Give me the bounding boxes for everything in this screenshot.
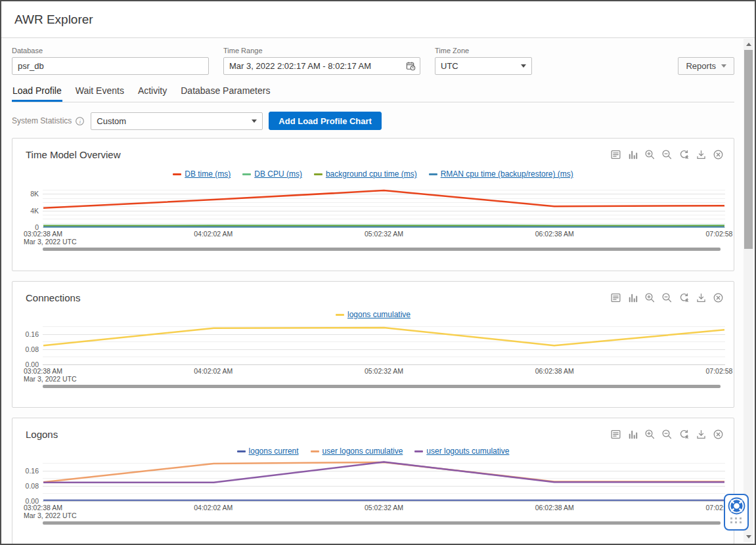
database-field-group: Database <box>12 47 209 75</box>
vertical-scrollbar[interactable] <box>744 39 753 542</box>
database-label: Database <box>12 47 209 54</box>
legend-item[interactable]: background cpu time (ms) <box>314 169 417 179</box>
y-axis-tick-label: 0.08 <box>15 482 39 490</box>
tab-database-parameters[interactable]: Database Parameters <box>180 82 271 102</box>
x-axis-tick-label: 06:02:38 AM <box>535 504 574 512</box>
controls-row: System Statistics i Custom Add Load Prof… <box>12 112 734 130</box>
legend-item[interactable]: user logouts cumulative <box>414 447 509 456</box>
time-range-input[interactable] <box>223 57 420 75</box>
download-icon[interactable] <box>696 292 707 303</box>
legend-item[interactable]: logons cumulative <box>336 310 411 319</box>
tab-load-profile[interactable]: Load Profile <box>12 82 62 102</box>
line-chart-svg <box>43 185 725 228</box>
drag-handle-dots[interactable] <box>730 517 742 523</box>
table-view-icon[interactable] <box>610 149 621 160</box>
close-icon[interactable] <box>713 429 724 440</box>
awr-explorer-window: { "app": { "title": "AWR Explorer" }, "f… <box>0 0 756 545</box>
zoom-in-icon[interactable] <box>644 429 656 440</box>
bar-chart-icon[interactable] <box>627 429 638 440</box>
chevron-down-icon <box>721 64 726 68</box>
bar-chart-icon[interactable] <box>627 292 638 303</box>
close-icon[interactable] <box>713 292 724 303</box>
time-zone-value: UTC <box>441 61 458 71</box>
legend-series-link: user logons cumulative <box>322 447 403 456</box>
legend-series-link: logons current <box>249 447 299 456</box>
tab-bar: Load ProfileWait EventsActivityDatabase … <box>12 82 734 102</box>
y-axis-tick-label: 0.16 <box>15 330 39 338</box>
chart-panels: Time Model OverviewDB time (ms)DB CPU (m… <box>12 138 734 544</box>
reset-zoom-icon[interactable] <box>678 429 690 440</box>
table-view-icon[interactable] <box>610 292 621 303</box>
chart-panel-header: Connections <box>12 282 734 304</box>
legend-series-link: user logouts cumulative <box>426 447 509 456</box>
table-view-icon[interactable] <box>610 429 621 440</box>
bar-chart-icon[interactable] <box>627 149 638 160</box>
legend-series-link: logons cumulative <box>347 310 411 319</box>
info-icon[interactable]: i <box>75 116 85 126</box>
reset-zoom-icon[interactable] <box>678 292 690 303</box>
chart-panel-time-model-overview: Time Model OverviewDB time (ms)DB CPU (m… <box>12 138 734 271</box>
chevron-down-icon <box>521 64 526 68</box>
chart-title: Logons <box>26 429 58 440</box>
zoom-out-icon[interactable] <box>661 429 673 440</box>
close-icon[interactable] <box>713 149 724 160</box>
scroll-down-arrow-icon[interactable] <box>744 532 753 542</box>
legend-item[interactable]: RMAN cpu time (backup/restore) (ms) <box>429 169 573 179</box>
database-input[interactable] <box>12 57 209 75</box>
legend-dash-icon <box>336 314 344 316</box>
filter-row: Database Time Range Time Zone <box>12 47 734 75</box>
chart-plot-area[interactable]: 0.160.080.00 <box>43 460 721 502</box>
chart-horizontal-scrollbar[interactable] <box>43 521 721 525</box>
tab-wait-events[interactable]: Wait Events <box>75 82 125 102</box>
legend-item[interactable]: user logons cumulative <box>311 447 403 456</box>
legend-item[interactable]: logons current <box>237 447 299 456</box>
x-axis-tick-label: 04:02:02 AM <box>194 367 233 375</box>
zoom-in-icon[interactable] <box>644 149 656 160</box>
x-axis-labels: 03:02:38 AMMar 3, 2022 UTC04:02:02 AM05:… <box>12 229 734 246</box>
legend-series-link: DB CPU (ms) <box>254 169 302 179</box>
chart-horizontal-scrollbar[interactable] <box>43 248 721 251</box>
x-axis-tick-label: 05:02:32 AM <box>365 367 403 375</box>
x-axis-time: 03:02:38 AM <box>24 230 62 238</box>
x-axis-date: Mar 3, 2022 UTC <box>24 512 77 519</box>
chart-legend: logons cumulative <box>12 310 734 319</box>
chart-plot-area[interactable]: 0.160.080.00 <box>43 323 721 365</box>
chart-panel-header: Logons <box>12 418 734 441</box>
legend-series-link: RMAN cpu time (backup/restore) (ms) <box>441 169 573 179</box>
zoom-out-icon[interactable] <box>661 292 673 303</box>
y-axis-tick-label: 0.08 <box>15 345 39 353</box>
chart-horizontal-scrollbar[interactable] <box>43 385 721 388</box>
chart-panel-header: Time Model Overview <box>12 139 734 161</box>
scroll-up-arrow-icon[interactable] <box>744 39 753 49</box>
chart-legend: logons currentuser logons cumulativeuser… <box>12 447 734 456</box>
help-launcher[interactable] <box>724 494 749 531</box>
x-axis-tick-label: 06:02:38 AM <box>535 230 574 238</box>
page-title: AWR Explorer <box>14 12 93 27</box>
chart-plot-area[interactable]: 8K4K0 <box>43 185 721 228</box>
legend-item[interactable]: DB CPU (ms) <box>242 169 302 179</box>
x-axis-date: Mar 3, 2022 UTC <box>24 375 77 383</box>
reports-button[interactable]: Reports <box>678 57 734 75</box>
legend-item[interactable]: DB time (ms) <box>173 169 231 179</box>
time-zone-select[interactable]: UTC <box>435 57 532 75</box>
statistics-select[interactable]: Custom <box>91 112 263 130</box>
time-zone-field-group: Time Zone UTC <box>435 47 532 75</box>
zoom-in-icon[interactable] <box>644 292 656 303</box>
chevron-down-icon <box>252 120 257 123</box>
scrollbar-thumb[interactable] <box>744 50 753 249</box>
zoom-out-icon[interactable] <box>661 149 673 160</box>
legend-dash-icon <box>429 173 437 175</box>
calendar-clock-icon[interactable] <box>406 61 416 71</box>
legend-series-link: background cpu time (ms) <box>326 169 417 179</box>
time-range-field-group: Time Range <box>223 47 420 75</box>
x-axis-tick-label: 07:02:58 AM <box>706 367 734 375</box>
legend-dash-icon <box>173 173 181 175</box>
x-axis-tick-label: 05:02:32 AM <box>365 504 403 512</box>
reset-zoom-icon[interactable] <box>678 149 690 160</box>
download-icon[interactable] <box>696 429 707 440</box>
add-load-profile-chart-button[interactable]: Add Load Profile Chart <box>269 112 382 130</box>
tab-activity[interactable]: Activity <box>137 82 167 102</box>
download-icon[interactable] <box>696 149 707 160</box>
legend-dash-icon <box>314 173 322 175</box>
x-axis-tick-label: 03:02:38 AMMar 3, 2022 UTC <box>24 504 77 519</box>
